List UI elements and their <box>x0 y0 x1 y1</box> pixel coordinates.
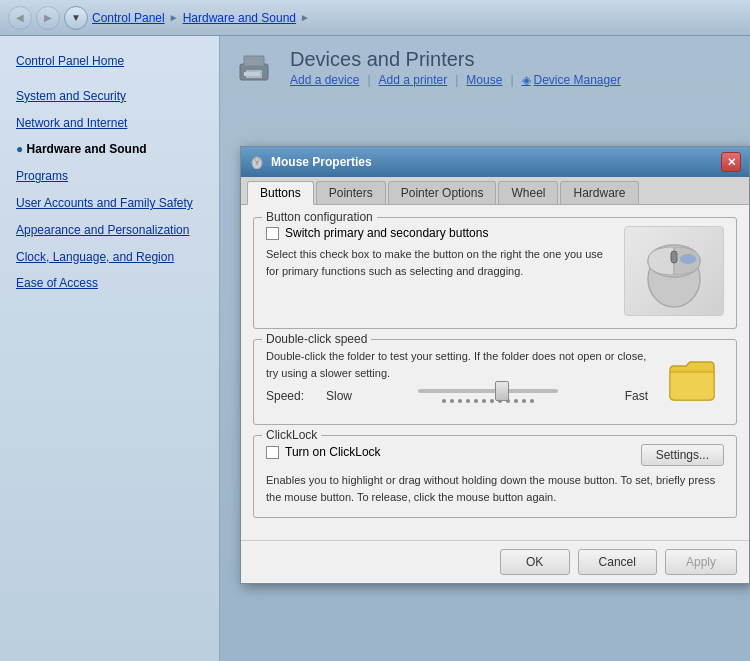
tabs-bar: Buttons Pointers Pointer Options Wheel H… <box>241 177 749 205</box>
sidebar-item-clock-language[interactable]: Clock, Language, and Region <box>0 244 219 271</box>
svg-rect-10 <box>671 251 677 263</box>
switch-buttons-row: Switch primary and secondary buttons <box>266 226 614 240</box>
sidebar-item-hardware-sound[interactable]: Hardware and Sound <box>0 136 219 163</box>
ok-button[interactable]: OK <box>500 549 570 575</box>
cancel-button[interactable]: Cancel <box>578 549 657 575</box>
tab-buttons[interactable]: Buttons <box>247 181 314 205</box>
double-click-section: Double-click speed Double-click the fold… <box>253 339 737 425</box>
dblclick-desc: Double-click the folder to test your set… <box>266 348 648 381</box>
tab-hardware[interactable]: Hardware <box>560 181 638 204</box>
breadcrumb-sep1: ► <box>169 12 179 23</box>
dialog-title: Mouse Properties <box>271 155 372 169</box>
content-area: Devices and Printers Add a device | Add … <box>220 36 750 661</box>
sidebar-item-appearance[interactable]: Appearance and Personalization <box>0 217 219 244</box>
clicklock-settings-button[interactable]: Settings... <box>641 444 724 466</box>
switch-buttons-label: Switch primary and secondary buttons <box>285 226 488 240</box>
double-click-label: Double-click speed <box>262 332 371 346</box>
switch-buttons-checkbox[interactable] <box>266 227 279 240</box>
speed-row: Speed: Slow <box>266 389 648 403</box>
breadcrumb-cp[interactable]: Control Panel <box>92 11 165 25</box>
sidebar-item-control-panel-home[interactable]: Control Panel Home <box>0 48 219 75</box>
speed-text-label: Speed: <box>266 389 316 403</box>
sidebar-item-system-security[interactable]: System and Security <box>0 83 219 110</box>
mouse-properties-dialog: Mouse Properties ✕ Buttons Pointers Poin… <box>240 146 750 584</box>
button-config-row: Switch primary and secondary buttons Sel… <box>266 226 724 316</box>
speed-slow-label: Slow <box>326 389 352 403</box>
sidebar-item-programs[interactable]: Programs <box>0 163 219 190</box>
apply-button[interactable]: Apply <box>665 549 737 575</box>
button-config-text: Switch primary and secondary buttons Sel… <box>266 226 614 279</box>
clicklock-checkbox-label: Turn on ClickLock <box>285 445 381 459</box>
dropdown-button[interactable]: ▼ <box>64 6 88 30</box>
breadcrumb-hw[interactable]: Hardware and Sound <box>183 11 296 25</box>
back-button[interactable]: ◀ <box>8 6 32 30</box>
top-bar: ◀ ▶ ▼ Control Panel ► Hardware and Sound… <box>0 0 750 36</box>
breadcrumb-sep2: ► <box>300 12 310 23</box>
dblclick-content: Double-click the folder to test your set… <box>266 348 724 412</box>
svg-point-11 <box>680 254 696 264</box>
button-config-label: Button configuration <box>262 210 377 224</box>
main-layout: Control Panel Home System and Security N… <box>0 36 750 661</box>
dialog-icon <box>249 154 265 170</box>
sidebar: Control Panel Home System and Security N… <box>0 36 220 661</box>
sidebar-item-user-accounts[interactable]: User Accounts and Family Safety <box>0 190 219 217</box>
mouse-image <box>624 226 724 316</box>
button-config-section: Button configuration Switch primary and … <box>253 217 737 329</box>
button-config-desc: Select this check box to make the button… <box>266 246 614 279</box>
dialog-body: Button configuration Switch primary and … <box>241 205 749 540</box>
slider-ticks <box>442 399 534 403</box>
dblclick-text-area: Double-click the folder to test your set… <box>266 348 648 403</box>
clicklock-label: ClickLock <box>262 428 321 442</box>
clicklock-checkbox[interactable] <box>266 446 279 459</box>
clicklock-section: ClickLock Turn on ClickLock Settings... … <box>253 435 737 518</box>
speed-slider-container <box>362 389 615 403</box>
tab-pointers[interactable]: Pointers <box>316 181 386 204</box>
sidebar-item-ease-of-access[interactable]: Ease of Access <box>0 270 219 297</box>
tab-wheel[interactable]: Wheel <box>498 181 558 204</box>
dialog-title-left: Mouse Properties <box>249 154 372 170</box>
speed-slider-track <box>418 389 558 393</box>
tab-pointer-options[interactable]: Pointer Options <box>388 181 497 204</box>
dialog-footer: OK Cancel Apply <box>241 540 749 583</box>
clicklock-desc: Enables you to highlight or drag without… <box>266 472 724 505</box>
sidebar-item-network-internet[interactable]: Network and Internet <box>0 110 219 137</box>
speed-fast-label: Fast <box>625 389 648 403</box>
clicklock-checkbox-row: Turn on ClickLock <box>266 445 381 459</box>
clicklock-row: Turn on ClickLock Settings... <box>266 444 724 466</box>
speed-slider-thumb[interactable] <box>495 381 509 401</box>
dialog-close-button[interactable]: ✕ <box>721 152 741 172</box>
breadcrumb: Control Panel ► Hardware and Sound ► <box>92 11 310 25</box>
folder-icon[interactable] <box>660 348 724 412</box>
forward-button[interactable]: ▶ <box>36 6 60 30</box>
dialog-titlebar: Mouse Properties ✕ <box>241 147 749 177</box>
